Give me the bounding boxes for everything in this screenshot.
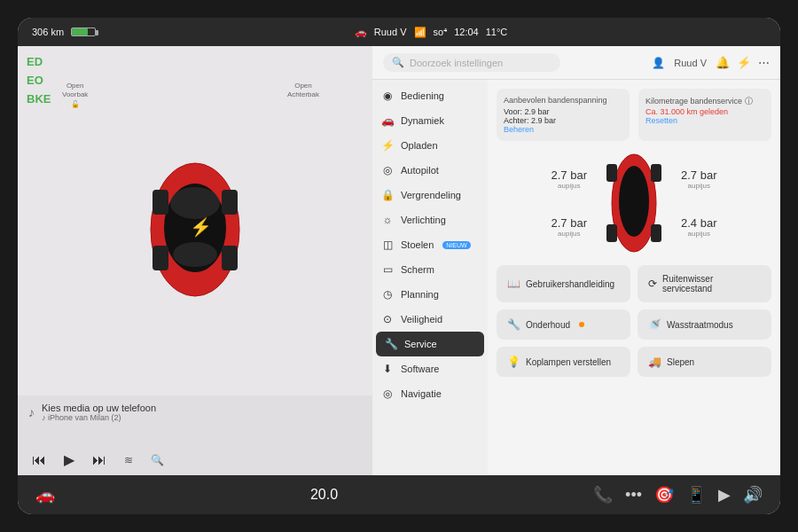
headlight-icon: 💡 xyxy=(507,356,520,368)
header-icons: 🔔 ⚡ ⋯ xyxy=(716,56,770,69)
service-label: Service xyxy=(404,339,437,349)
tire-rear-value: Achter: 2.9 bar xyxy=(504,116,622,125)
stoelen-icon: ◫ xyxy=(381,239,394,251)
svg-point-10 xyxy=(619,166,649,237)
svg-rect-11 xyxy=(606,164,617,182)
taskbar: 🚗 20.0 📞 ••• 🎯 📱 ▶ 🔊 xyxy=(18,475,780,514)
rear-right-reading: 2.4 bar aupijus xyxy=(681,216,716,238)
volume-taskbar-icon[interactable]: 🔊 xyxy=(743,485,763,505)
media-controls: ⏮ ▶ ⏭ ≋ 🔍 xyxy=(28,451,362,468)
gebruikershandleiding-button[interactable]: 📖 Gebruikershandleiding xyxy=(497,265,630,302)
svg-point-3 xyxy=(173,242,217,267)
manual-label: Gebruikershandleiding xyxy=(526,279,614,289)
dynamiek-icon: 🚗 xyxy=(381,114,394,127)
header-user-name: Ruud V xyxy=(674,58,707,68)
menu-item-bediening[interactable]: ◉ Bediening xyxy=(372,83,488,108)
media-subtitle: ♪ iPhone van Milan (2) xyxy=(42,413,156,422)
tire-manage-link[interactable]: Beheren xyxy=(504,125,622,134)
scherm-label: Scherm xyxy=(401,264,434,275)
temp-display: 11°C xyxy=(486,27,508,37)
rear-trunk-label[interactable]: Open Achterbak xyxy=(287,82,319,100)
tire-front-value: Voor: 2.9 bar xyxy=(504,107,622,116)
dots-taskbar-icon[interactable]: ••• xyxy=(625,486,642,505)
slepen-button[interactable]: 🚚 Slepen xyxy=(638,347,771,377)
status-bar: 306 km 🚗 Ruud V 📶 so⁴ 12:04 11°C xyxy=(18,18,780,46)
wasstraat-button[interactable]: 🚿 Wasstraatmodus xyxy=(638,309,771,340)
menu-item-service[interactable]: 🔧 Service xyxy=(376,332,484,356)
play-taskbar-icon[interactable]: ▶ xyxy=(718,485,731,505)
opladen-label: Opladen xyxy=(401,140,438,151)
phone-taskbar-icon[interactable]: 📞 xyxy=(593,485,613,505)
music-icon: ♪ xyxy=(28,405,35,419)
wiper-icon: ⟳ xyxy=(648,278,657,290)
prev-button[interactable]: ⏮ xyxy=(32,452,46,468)
manual-icon: 📖 xyxy=(507,278,520,290)
front-hood-label[interactable]: Open Voorbak 🔓 xyxy=(62,82,88,109)
software-label: Software xyxy=(401,364,439,374)
tire-pressure-box: Aanbevolen bandenspanning Voor: 2.9 bar … xyxy=(497,89,630,141)
menu-item-software[interactable]: ⬇ Software xyxy=(372,356,488,381)
autopilot-icon: ◎ xyxy=(381,164,394,176)
svg-text:⚡: ⚡ xyxy=(190,216,212,238)
bluetooth-icon[interactable]: ⚡ xyxy=(737,56,751,69)
search-media-button[interactable]: 🔍 xyxy=(151,454,164,466)
rear-left-reading: 2.7 bar aupijus xyxy=(552,216,587,238)
menu-item-planning[interactable]: ◷ Planning xyxy=(372,282,488,307)
play-button[interactable]: ▶ xyxy=(64,451,74,468)
media-taskbar-icon[interactable]: 📱 xyxy=(686,485,706,505)
right-tire-readings: 2.7 bar aupijus 2.4 bar aupijus xyxy=(681,168,716,238)
status-center: 🚗 Ruud V 📶 so⁴ 12:04 11°C xyxy=(355,27,507,38)
verlichting-icon: ☼ xyxy=(381,214,394,226)
bell-icon[interactable]: 🔔 xyxy=(716,56,730,69)
apps-taskbar-icon[interactable]: 🎯 xyxy=(654,485,674,505)
action-buttons-grid: 📖 Gebruikershandleiding ⟳ Ruitenwisser s… xyxy=(497,265,771,377)
header-right: 👤 Ruud V 🔔 ⚡ ⋯ xyxy=(652,56,770,69)
car-icon: 🚗 xyxy=(355,27,367,38)
car-area: Open Voorbak 🔓 Open Achterbak xyxy=(18,46,372,395)
media-bar: ♪ Kies media op uw telefoon ♪ iPhone van… xyxy=(18,395,372,475)
media-text-container: Kies media op uw telefoon ♪ iPhone van M… xyxy=(42,403,156,422)
koplampen-button[interactable]: 💡 Koplampen verstellen xyxy=(497,347,630,377)
service-icon: 🔧 xyxy=(385,338,397,350)
dots-icon[interactable]: ⋯ xyxy=(758,56,770,69)
menu-item-verlichting[interactable]: ☼ Verlichting xyxy=(372,207,488,232)
nieuw-badge: NIEUW xyxy=(442,241,470,249)
wiper-label: Ruitenwisser servicestand xyxy=(662,274,761,293)
range-display: 306 km xyxy=(32,27,64,37)
svg-rect-14 xyxy=(651,224,661,242)
time-display: 12:04 xyxy=(454,27,479,37)
settings-body: ◉ Bediening 🚗 Dynamiek ⚡ Opladen ◎ Autop… xyxy=(372,80,780,475)
svg-rect-13 xyxy=(606,224,617,242)
scherm-icon: ▭ xyxy=(381,263,394,276)
next-button[interactable]: ⏭ xyxy=(92,452,106,468)
verlichting-label: Verlichting xyxy=(401,215,446,225)
left-tire-readings: 2.7 bar aupijus 2.7 bar aupijus xyxy=(552,168,587,238)
menu-item-scherm[interactable]: ▭ Scherm xyxy=(372,257,488,282)
search-box[interactable]: 🔍 Doorzoek instellingen xyxy=(383,53,560,72)
tire-info-section: Aanbevolen bandenspanning Voor: 2.9 bar … xyxy=(497,89,771,141)
service-content: Aanbevolen bandenspanning Voor: 2.9 bar … xyxy=(488,80,780,475)
menu-item-navigatie[interactable]: ◎ Navigatie xyxy=(372,381,488,406)
km-reset-link[interactable]: Resetten xyxy=(645,116,764,125)
rr-sublabel: aupijus xyxy=(681,230,716,238)
car-tire-view: 2.7 bar aupijus 2.7 bar aupijus xyxy=(497,150,771,256)
menu-item-veiligheid[interactable]: ⊙ Veiligheid xyxy=(372,307,488,332)
ruitenwisser-button[interactable]: ⟳ Ruitenwisser servicestand xyxy=(638,265,771,302)
tesla-screen: 306 km 🚗 Ruud V 📶 so⁴ 12:04 11°C ED EO B… xyxy=(18,18,780,514)
menu-item-opladen[interactable]: ⚡ Opladen xyxy=(372,133,488,158)
veiligheid-icon: ⊙ xyxy=(381,313,394,325)
maintenance-icon: 🔧 xyxy=(507,318,520,331)
equalizer-button[interactable]: ≋ xyxy=(124,454,133,466)
onderhoud-button[interactable]: 🔧 Onderhoud xyxy=(497,309,630,340)
km-service-box: Kilometrage bandenservice ⓘ Ca. 31.000 k… xyxy=(638,89,771,141)
menu-item-autopilot[interactable]: ◎ Autopilot xyxy=(372,158,488,183)
front-right-reading: 2.7 bar aupijus xyxy=(681,168,716,190)
menu-item-stoelen[interactable]: ◫ Stoelen NIEUW xyxy=(372,232,488,257)
opladen-icon: ⚡ xyxy=(381,139,394,152)
menu-item-dynamiek[interactable]: 🚗 Dynamiek xyxy=(372,108,488,133)
media-info: ♪ Kies media op uw telefoon ♪ iPhone van… xyxy=(28,403,362,422)
bediening-icon: ◉ xyxy=(381,90,394,102)
navigatie-icon: ◎ xyxy=(381,387,394,400)
menu-item-vergrendeling[interactable]: 🔒 Vergrendeling xyxy=(372,183,488,207)
car-taskbar-icon[interactable]: 🚗 xyxy=(35,485,55,505)
